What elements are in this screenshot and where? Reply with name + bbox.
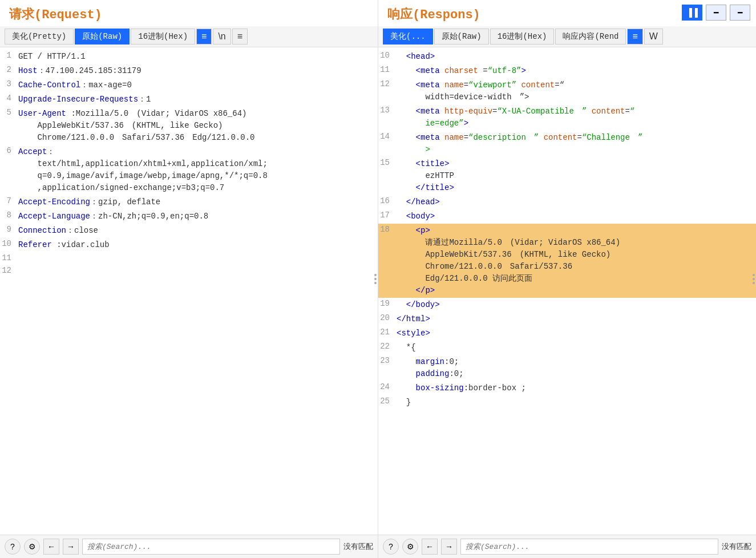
resp-line-13: 13 <meta http-equiv=“X-UA-Compatible ” c… bbox=[378, 104, 756, 131]
req-line-9: 9 Connection：close bbox=[0, 224, 378, 238]
req-line-4: 4 Upgrade-Insecure-Requests：1 bbox=[0, 92, 378, 107]
tab-pretty-response[interactable]: 美化(... bbox=[383, 29, 433, 45]
response-search-input[interactable] bbox=[460, 539, 718, 555]
response-next-btn[interactable]: → bbox=[441, 539, 457, 555]
tab-raw-request[interactable]: 原始(Raw) bbox=[75, 29, 130, 45]
resp-line-21: 21 <style> bbox=[378, 326, 756, 341]
tab-icon3-request[interactable]: ≡ bbox=[232, 29, 248, 45]
resp-line-23: 23 margin:0; padding:0; bbox=[378, 355, 756, 381]
tab-raw-response[interactable]: 原始(Raw) bbox=[434, 29, 489, 45]
resp-line-22: 22 *{ bbox=[378, 341, 756, 355]
tab-icon1-response[interactable]: ≡ bbox=[627, 29, 642, 45]
response-code-area[interactable]: 10 <head> 11 <meta charset =“utf-8”> 12 … bbox=[378, 47, 756, 535]
resp-line-11: 11 <meta charset =“utf-8”> bbox=[378, 64, 756, 78]
request-settings-btn[interactable]: ⚙ bbox=[24, 539, 40, 555]
req-line-1: 1 GET / HTTP/1.1 bbox=[0, 50, 378, 64]
req-line-12: 12 bbox=[0, 265, 378, 277]
req-line-2: 2 Host：47.100.245.185:31179 bbox=[0, 64, 378, 78]
request-prev-btn[interactable]: ← bbox=[43, 539, 59, 555]
resp-line-25: 25 } bbox=[378, 395, 756, 410]
request-title: 请求(Request) bbox=[0, 0, 378, 26]
response-title: 响应(Respons) bbox=[378, 0, 756, 26]
resp-line-19: 19 </body> bbox=[378, 298, 756, 312]
req-line-8: 8 Accept-Language：zh-CN,zh;q=0.9,en;q=0.… bbox=[0, 209, 378, 224]
request-bottom-bar: ? ⚙ ← → 没有匹配 bbox=[0, 535, 378, 558]
response-prev-btn[interactable]: ← bbox=[422, 539, 438, 555]
req-line-11: 11 bbox=[0, 252, 378, 265]
request-tab-bar: 美化(Pretty) 原始(Raw) 16进制(Hex) ≡ \n ≡ bbox=[0, 26, 378, 47]
request-help-btn[interactable]: ? bbox=[5, 539, 21, 555]
response-help-btn[interactable]: ? bbox=[383, 539, 399, 555]
req-line-7: 7 Accept-Encoding：gzip, deflate bbox=[0, 195, 378, 209]
request-next-btn[interactable]: → bbox=[63, 539, 79, 555]
req-line-3: 3 Cache-Control：max-age=0 bbox=[0, 78, 378, 92]
response-tab-bar: 美化(... 原始(Raw) 16进制(Hex) 响应内容(Rend ≡ W bbox=[378, 26, 756, 47]
request-divider[interactable] bbox=[374, 274, 377, 284]
response-panel: 响应(Respons) 美化(... 原始(Raw) 16进制(Hex) 响应内… bbox=[378, 0, 756, 558]
resp-line-15: 15 <title> ezHTTP </title> bbox=[378, 157, 756, 195]
tab-render-response[interactable]: 响应内容(Rend bbox=[555, 29, 626, 45]
tab-hex-request[interactable]: 16进制(Hex) bbox=[131, 29, 195, 45]
req-line-5: 5 User-Agent :Mozilla/5.0 (Vidar; VidarO… bbox=[0, 107, 378, 145]
response-settings-btn[interactable]: ⚙ bbox=[402, 539, 418, 555]
resp-line-12: 12 <meta name=“viewport” content=“ width… bbox=[378, 78, 756, 104]
request-search-input[interactable] bbox=[82, 539, 340, 555]
resp-line-24: 24 box-sizing:border-box ; bbox=[378, 381, 756, 395]
resp-line-16: 16 </head> bbox=[378, 195, 756, 209]
req-line-6: 6 Accept： text/html,application/xhtml+xm… bbox=[0, 145, 378, 195]
req-line-10: 10 Referer :vidar.club bbox=[0, 238, 378, 252]
resp-line-17: 17 <body> bbox=[378, 209, 756, 224]
request-code-area[interactable]: 1 GET / HTTP/1.1 2 Host：47.100.245.185:3… bbox=[0, 47, 378, 535]
request-no-match: 没有匹配 bbox=[343, 541, 373, 552]
tab-pretty-request[interactable]: 美化(Pretty) bbox=[5, 29, 74, 45]
response-bottom-bar: ? ⚙ ← → 没有匹配 bbox=[378, 535, 756, 558]
main-layout: 请求(Request) 美化(Pretty) 原始(Raw) 16进制(Hex)… bbox=[0, 0, 756, 558]
tab-icon2-request[interactable]: \n bbox=[213, 29, 231, 45]
resp-line-18: 18 <p> 请通过Mozilla/5.0 (Vidar; VidarOS x8… bbox=[378, 224, 756, 298]
resp-line-14: 14 <meta name=“description ” content=“Ch… bbox=[378, 131, 756, 157]
resp-line-20: 20 </html> bbox=[378, 312, 756, 326]
resp-line-10: 10 <head> bbox=[378, 50, 756, 64]
response-no-match: 没有匹配 bbox=[722, 541, 751, 552]
response-edge-dots bbox=[753, 274, 755, 284]
request-panel: 请求(Request) 美化(Pretty) 原始(Raw) 16进制(Hex)… bbox=[0, 0, 378, 558]
tab-icon2-response[interactable]: W bbox=[644, 29, 663, 45]
tab-icon1-request[interactable]: ≡ bbox=[196, 29, 212, 45]
tab-hex-response[interactable]: 16进制(Hex) bbox=[490, 29, 555, 45]
